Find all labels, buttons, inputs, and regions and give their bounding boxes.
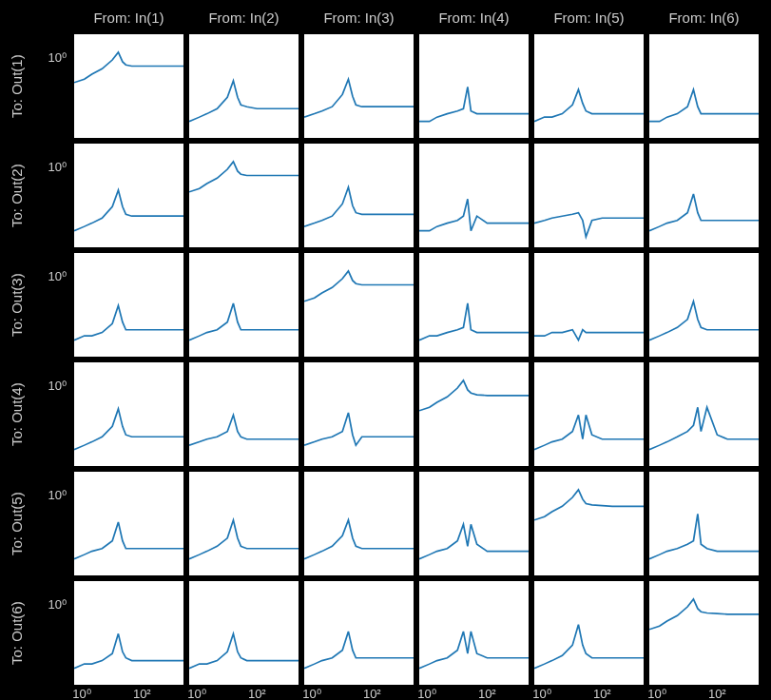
x-tick-label: 10⁰ [302, 687, 320, 700]
subplot [189, 144, 299, 247]
col-title: From: In(4) [419, 10, 529, 26]
subplot [649, 362, 759, 466]
row-title: To: Out(3) [6, 253, 27, 357]
subplot [304, 362, 414, 466]
subplot [534, 581, 644, 685]
x-tick-label: 10² [248, 687, 266, 700]
subplot [189, 581, 299, 685]
x-tick-label: 10⁰ [72, 687, 90, 700]
x-tick-label: 10⁰ [532, 687, 550, 700]
subplot [74, 144, 183, 247]
subplot [419, 581, 529, 685]
col-title: From: In(6) [649, 10, 759, 26]
subplot [649, 253, 759, 357]
subplot [304, 144, 414, 247]
row-title: To: Out(4) [6, 362, 27, 466]
x-axis-ticks: 10⁰ 10² 10⁰ 10² 10⁰ 10² 10⁰ 10² 10⁰ 10² … [74, 689, 759, 700]
subplot [304, 581, 414, 685]
y-tick-label: 10⁰ [48, 268, 67, 282]
subplot [74, 581, 183, 685]
subplot [189, 472, 299, 575]
x-tick-label: 10² [593, 687, 611, 700]
subplot [649, 34, 759, 138]
x-tick-label: 10⁰ [647, 687, 665, 700]
subplot [74, 472, 183, 575]
subplot [304, 34, 414, 138]
x-tick-label: 10² [133, 687, 151, 700]
subplot [304, 253, 414, 357]
subplot [649, 581, 759, 685]
row-title: To: Out(2) [6, 144, 27, 247]
subplot-grid [74, 34, 759, 685]
row-titles: To: Out(1) To: Out(2) To: Out(3) To: Out… [6, 34, 27, 685]
subplot [419, 144, 529, 247]
subplot [419, 362, 529, 466]
subplot [534, 253, 644, 357]
row-title: To: Out(6) [6, 581, 27, 685]
col-title: From: In(3) [304, 10, 414, 26]
subplot [534, 472, 644, 575]
x-tick-label: 10⁰ [187, 687, 205, 700]
x-tick-label: 10² [478, 687, 496, 700]
subplot [649, 144, 759, 247]
subplot [74, 362, 183, 466]
column-titles: From: In(1) From: In(2) From: In(3) From… [74, 10, 759, 26]
y-tick-label: 10⁰ [48, 596, 67, 611]
x-tick-label: 10² [363, 687, 381, 700]
row-title: To: Out(5) [6, 472, 27, 575]
x-tick-label: 10⁰ [417, 687, 435, 700]
y-tick-label: 10⁰ [48, 49, 67, 64]
x-tick-label: 10² [708, 687, 726, 700]
y-tick-label: 10⁰ [48, 378, 67, 392]
subplot [74, 34, 183, 138]
col-title: From: In(5) [534, 10, 644, 26]
subplot [304, 472, 414, 575]
subplot [534, 34, 644, 138]
subplot [419, 253, 529, 357]
y-tick-label: 10⁰ [48, 159, 67, 173]
subplot [419, 34, 529, 138]
col-title: From: In(2) [189, 10, 299, 26]
subplot [534, 362, 644, 466]
subplot [189, 362, 299, 466]
subplot [419, 472, 529, 575]
col-title: From: In(1) [74, 10, 183, 26]
y-tick-label: 10⁰ [48, 487, 67, 501]
subplot [649, 472, 759, 575]
y-axis-ticks: 10⁰ 10⁰ 10⁰ 10⁰ 10⁰ 10⁰ [29, 34, 70, 685]
subplot [189, 253, 299, 357]
subplot [189, 34, 299, 138]
row-title: To: Out(1) [6, 34, 27, 138]
subplot [74, 253, 183, 357]
subplot [534, 144, 644, 247]
